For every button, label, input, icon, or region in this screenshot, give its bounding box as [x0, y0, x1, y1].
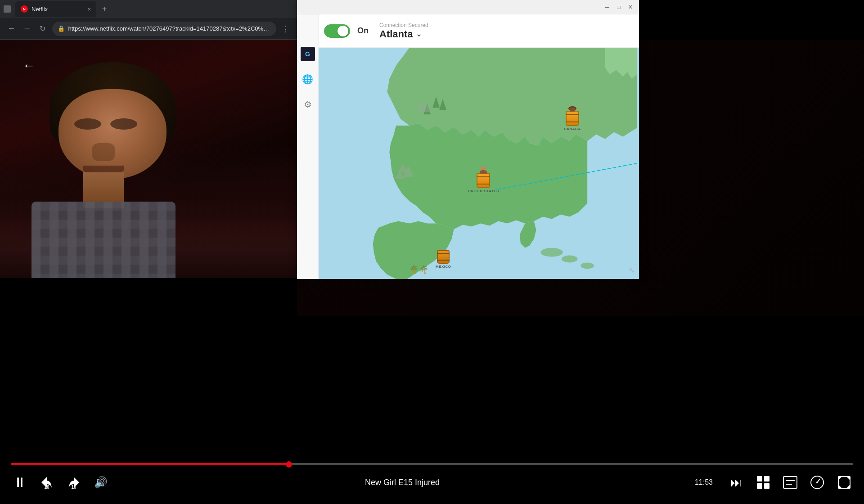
- vpn-header: On Connection Secured Atlanta ⌄: [297, 14, 639, 48]
- controls-row: ⏸ 10 10 🔊 New Girl E15 Injured 11:53 ⏭: [11, 473, 853, 491]
- svg-point-10: [540, 248, 562, 257]
- svg-rect-16: [764, 483, 770, 489]
- progress-fill: [11, 463, 289, 465]
- vpn-connection-label: Connection Secured: [379, 22, 428, 28]
- forward-button[interactable]: 10: [65, 473, 83, 491]
- svg-rect-15: [757, 483, 762, 489]
- barrel-canada[interactable]: CANADA: [564, 111, 581, 131]
- forward-button[interactable]: →: [21, 22, 33, 35]
- svg-point-12: [580, 262, 594, 269]
- barrel-mexico-label: MEXICO: [436, 265, 451, 269]
- palm-trees: 🌴🌴: [409, 265, 428, 274]
- new-tab-button[interactable]: +: [98, 3, 111, 15]
- vpn-globe-icon[interactable]: 🌐: [301, 72, 315, 86]
- close-button[interactable]: ×: [626, 3, 634, 11]
- vpn-settings-icon[interactable]: ⚙: [301, 97, 315, 112]
- subtitles-button[interactable]: [781, 473, 799, 491]
- vpn-titlebar: ─ □ ×: [297, 0, 639, 14]
- svg-point-11: [562, 256, 578, 263]
- vpn-on-label: On: [357, 26, 369, 36]
- back-button[interactable]: ←: [5, 22, 18, 35]
- tab-close-icon[interactable]: ×: [87, 6, 91, 13]
- browser-chrome: N Netflix × + ← → ↻ 🔒 https://www.netfli…: [0, 0, 297, 40]
- tab-icon-group: [4, 5, 11, 13]
- speed-button[interactable]: [808, 473, 826, 491]
- episodes-button[interactable]: [754, 473, 772, 491]
- svg-point-21: [816, 482, 818, 483]
- url-text: https://www.netflix.com/watch/70276497?t…: [68, 25, 271, 32]
- vpn-status-area: Connection Secured Atlanta ⌄: [379, 22, 428, 40]
- browser-menu-button[interactable]: ⋮: [280, 22, 292, 35]
- tab-title: Netflix: [32, 6, 84, 13]
- vpn-location-text: Atlanta: [379, 28, 413, 40]
- barrel-canada-icon: [566, 111, 579, 126]
- tab-bar: N Netflix × +: [0, 0, 297, 18]
- video-overlay: [0, 40, 297, 278]
- vpn-location-selector[interactable]: Atlanta ⌄: [379, 28, 428, 40]
- video-scene: [0, 40, 297, 278]
- resize-handle[interactable]: ⤡: [629, 266, 634, 274]
- url-bar[interactable]: 🔒 https://www.netflix.com/watch/70276497…: [52, 22, 276, 36]
- svg-rect-17: [783, 477, 797, 488]
- barrel-mexico-icon: [437, 250, 450, 264]
- barrel-usa-icon: [477, 173, 490, 188]
- vpn-panel: ─ □ × On Connection Secured Atlanta ⌄: [297, 0, 639, 279]
- volume-button[interactable]: 🔊: [92, 473, 110, 491]
- time-display: 11:53: [695, 478, 713, 486]
- reload-button[interactable]: ↻: [36, 22, 49, 35]
- toggle-knob: [338, 26, 348, 36]
- progress-handle[interactable]: [286, 461, 292, 468]
- barrel-mexico[interactable]: MEXICO: [436, 250, 451, 269]
- pause-button[interactable]: ⏸: [11, 473, 29, 491]
- forward-label: 10: [71, 485, 76, 490]
- map-svg: [319, 48, 639, 279]
- vpn-sidebar: G 🌐 ⚙: [297, 14, 319, 279]
- vpn-logo: G: [301, 47, 315, 61]
- barrel-canada-label: CANADA: [564, 127, 581, 131]
- svg-rect-13: [757, 476, 762, 482]
- vpn-chevron-icon: ⌄: [416, 30, 422, 38]
- netflix-controls: ⏸ 10 10 🔊 New Girl E15 Injured 11:53 ⏭: [0, 456, 864, 504]
- address-bar: ← → ↻ 🔒 https://www.netflix.com/watch/70…: [0, 18, 297, 40]
- barrel-usa-label: UNITED STATES: [468, 189, 499, 193]
- window-icon: [4, 5, 11, 13]
- episode-title: New Girl E15 Injured: [119, 478, 686, 487]
- vpn-toggle[interactable]: [324, 24, 350, 38]
- fullscreen-button[interactable]: [835, 473, 853, 491]
- active-tab[interactable]: N Netflix ×: [15, 1, 96, 17]
- svg-rect-14: [764, 476, 770, 482]
- netflix-favicon: N: [21, 5, 28, 13]
- next-episode-button[interactable]: ⏭: [727, 473, 745, 491]
- maximize-button[interactable]: □: [615, 3, 623, 11]
- vpn-map-container[interactable]: CANADA UNITED STATES MEXICO 🌴🌴: [319, 48, 639, 279]
- back-arrow-btn[interactable]: ←: [22, 58, 35, 73]
- barrel-usa[interactable]: UNITED STATES: [468, 173, 499, 193]
- rewind-label: 10: [44, 485, 49, 490]
- lock-icon: 🔒: [58, 25, 65, 32]
- rewind-button[interactable]: 10: [38, 473, 56, 491]
- progress-bar-container[interactable]: [11, 463, 853, 465]
- minimize-button[interactable]: ─: [603, 3, 611, 11]
